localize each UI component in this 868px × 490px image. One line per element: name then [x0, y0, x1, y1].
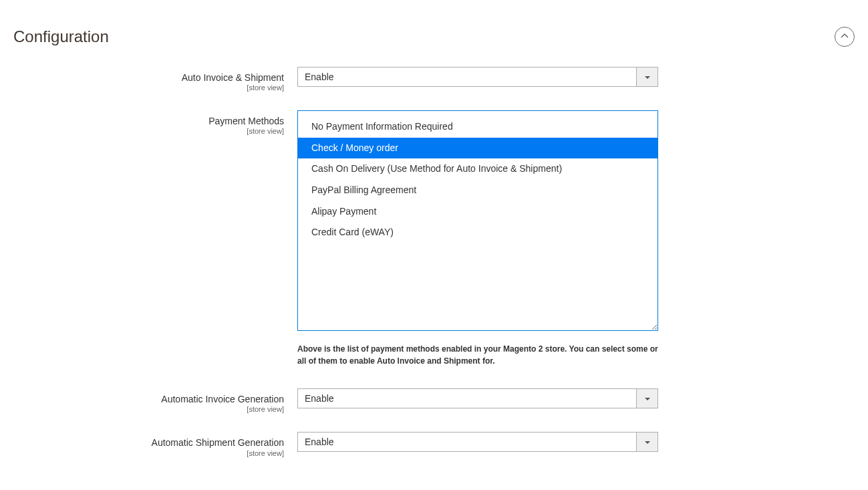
caret-down-icon	[645, 71, 650, 83]
caret-down-icon	[645, 436, 650, 448]
label-col: Automatic Shipment Generation [store vie…	[13, 432, 297, 457]
label-col: Automatic Invoice Generation [store view…	[13, 388, 297, 413]
payment-method-option[interactable]: Alipay Payment	[298, 201, 658, 223]
chevron-up-icon	[841, 31, 849, 43]
select-value: Enable	[298, 389, 636, 408]
control-col: Enable	[297, 67, 658, 87]
dropdown-caret	[636, 389, 658, 408]
payment-method-option[interactable]: Cash On Delivery (Use Method for Auto In…	[298, 158, 658, 180]
scope-label: [store view]	[13, 84, 284, 92]
section-header: Configuration	[13, 13, 855, 67]
dropdown-caret	[636, 433, 658, 451]
select-value: Enable	[298, 433, 636, 451]
field-label: Automatic Shipment Generation	[13, 437, 284, 449]
label-col: Payment Methods [store view]	[13, 110, 297, 135]
field-auto-invoice-shipment: Auto Invoice & Shipment [store view] Ena…	[13, 67, 855, 92]
scope-label: [store view]	[13, 405, 284, 413]
scope-label: [store view]	[13, 127, 284, 135]
field-label: Automatic Invoice Generation	[13, 393, 284, 405]
field-payment-methods: Payment Methods [store view] No Payment …	[13, 110, 855, 331]
control-col: Enable	[297, 388, 658, 408]
payment-methods-multiselect[interactable]: No Payment Information RequiredCheck / M…	[297, 110, 658, 331]
payment-method-option[interactable]: No Payment Information Required	[298, 116, 658, 138]
payment-methods-hint-row: Above is the list of payment methods ena…	[13, 336, 855, 367]
payment-method-option[interactable]: Credit Card (eWAY)	[298, 222, 658, 243]
field-label: Payment Methods	[13, 115, 284, 127]
label-col: Auto Invoice & Shipment [store view]	[13, 67, 297, 92]
caret-down-icon	[645, 392, 650, 404]
payment-method-option[interactable]: Check / Money order	[298, 138, 658, 159]
section-title: Configuration	[13, 27, 109, 46]
payment-methods-hint: Above is the list of payment methods ena…	[297, 343, 658, 367]
payment-method-option[interactable]: PayPal Billing Agreement	[298, 180, 658, 201]
dropdown-caret	[636, 68, 658, 86]
collapse-button[interactable]	[835, 27, 855, 47]
auto-invoice-gen-select[interactable]: Enable	[297, 388, 658, 408]
field-auto-invoice-gen: Automatic Invoice Generation [store view…	[13, 388, 855, 413]
auto-shipment-gen-select[interactable]: Enable	[297, 432, 658, 452]
control-col: No Payment Information RequiredCheck / M…	[297, 110, 658, 331]
select-value: Enable	[298, 68, 636, 86]
field-label: Auto Invoice & Shipment	[13, 72, 284, 84]
field-auto-shipment-gen: Automatic Shipment Generation [store vie…	[13, 432, 855, 457]
auto-invoice-shipment-select[interactable]: Enable	[297, 67, 658, 87]
scope-label: [store view]	[13, 449, 284, 457]
control-col: Enable	[297, 432, 658, 452]
